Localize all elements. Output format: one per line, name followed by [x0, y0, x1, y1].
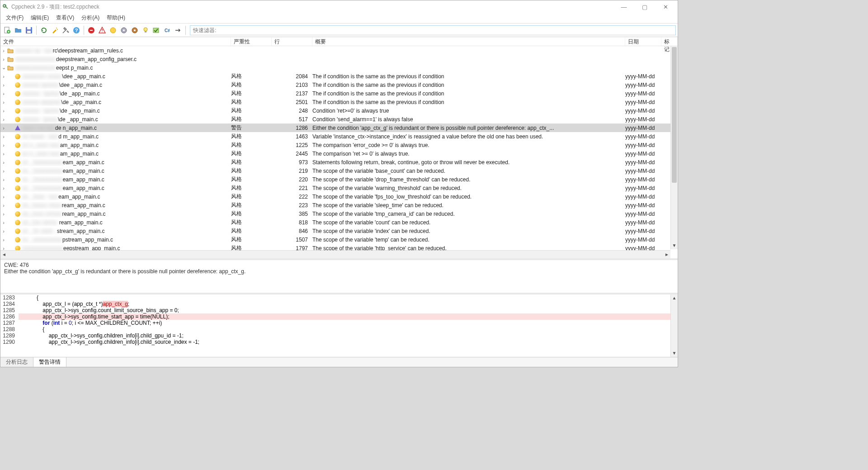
toolbar-magic[interactable]	[50, 25, 60, 35]
expand-icon[interactable]: ›	[0, 220, 7, 225]
toolbar-help[interactable]: ?	[71, 25, 81, 35]
cell-line: 385	[272, 211, 312, 217]
toolbar-save[interactable]	[24, 25, 34, 35]
style-icon	[14, 142, 21, 149]
expand-icon[interactable]: ›	[0, 177, 7, 182]
toolbar-gear-icon[interactable]	[119, 25, 129, 35]
expand-icon[interactable]: ›	[0, 125, 7, 131]
expand-icon[interactable]: ›	[0, 160, 7, 165]
issue-row[interactable]: ›xx n_xxxx ixxx am_app_main.c风格1225The c…	[0, 141, 678, 149]
scroll-down-icon[interactable]: ▼	[671, 350, 678, 357]
expand-icon[interactable]: ›	[0, 237, 7, 242]
expand-icon[interactable]: ›	[0, 211, 7, 217]
toolbar-arrow-icon[interactable]	[173, 25, 183, 35]
issue-row[interactable]: ›xxxx i xx ivixde n_app_main.c警告1286Eith…	[0, 123, 678, 132]
expand-icon[interactable]: ›	[0, 100, 7, 105]
svg-text:?: ?	[75, 28, 78, 33]
scroll-right-icon[interactable]: ►	[663, 251, 670, 258]
expand-icon[interactable]: ›	[0, 142, 7, 148]
expand-icon[interactable]: ›	[0, 91, 7, 96]
file-row[interactable]: ⌄xxxxxxxxxxxxxxeepst p_main.c	[0, 63, 678, 72]
toolbar-perf-icon[interactable]	[130, 25, 140, 35]
expand-icon[interactable]: ›	[0, 117, 7, 122]
expand-icon[interactable]: ›	[0, 108, 7, 114]
issue-row[interactable]: ›on_2xxx on\sro ream_app_main.c风格385The …	[0, 209, 678, 218]
file-path: on_2xx ion\sr ream_app_main.c	[22, 219, 103, 226]
results-vscrollbar[interactable]: ▲ ▼	[670, 46, 678, 249]
issue-row[interactable]: ›xxxxxx anyvixx\de _app_main.c风格2501The …	[0, 98, 678, 106]
toolbar-bulb-icon[interactable]	[141, 25, 151, 35]
menu-item[interactable]: 分析(A)	[78, 13, 103, 23]
expand-icon[interactable]: ›	[0, 228, 7, 234]
code-text: app_ctx_l->sys_config.time_start_app = t…	[19, 313, 678, 320]
cell-severity: 风格	[231, 81, 272, 89]
issue-row[interactable]: ›xxxxxxxx vxxxx\dee _app_main.c风格2084The…	[0, 72, 678, 81]
menu-item[interactable]: 帮助(H)	[103, 13, 129, 23]
menu-item[interactable]: 编辑(E)	[27, 13, 52, 23]
toolbar-stop[interactable]	[86, 25, 96, 35]
expand-icon[interactable]: ›	[0, 185, 7, 191]
expand-icon[interactable]: ›	[0, 168, 7, 174]
toolbar-reload[interactable]	[39, 25, 49, 35]
col-file[interactable]: 文件	[0, 37, 231, 46]
maximize-button[interactable]: ▢	[634, 0, 655, 13]
expand-icon[interactable]: ›	[0, 203, 7, 208]
issue-row[interactable]: ›xx _2xxxxxxxxx eam_app_main.c风格219The s…	[0, 166, 678, 175]
toolbar-open[interactable]	[13, 25, 23, 35]
issue-row[interactable]: ›xxxxxx nyvixx\de _app_main.c风格2137The i…	[0, 89, 678, 98]
file-path: xxxxxx anyvixx\de _app_main.c	[22, 99, 101, 105]
issue-row[interactable]: ›xx n_xxxx ixxx am_app_main.c风格2445The c…	[0, 149, 678, 158]
close-button[interactable]: ✕	[655, 0, 676, 13]
toolbar-tools[interactable]	[61, 25, 71, 35]
menu-item[interactable]: 查看(V)	[52, 13, 78, 23]
toolbar-check-icon[interactable]	[151, 25, 161, 35]
style-icon	[14, 219, 21, 226]
toolbar-warning-icon[interactable]	[97, 25, 107, 35]
issue-row[interactable]: ›xxxxxx nyvixx\de _app_main.c风格248Condit…	[0, 106, 678, 115]
file-row[interactable]: ›xxxxxx ny xxxrc\deepstream_alarm_rules.…	[0, 46, 678, 55]
scroll-up-icon[interactable]: ▲	[671, 294, 678, 302]
col-severity[interactable]: 严重性	[231, 37, 272, 46]
expand-icon[interactable]: ›	[0, 48, 7, 53]
file-row[interactable]: ›xxxxxxxxxxxxxxdeepstream_app_config_par…	[0, 55, 678, 63]
col-summary[interactable]: 概要	[312, 37, 625, 46]
quick-filter-input[interactable]	[190, 27, 675, 33]
issue-row[interactable]: ›xx _xxxxxxxxxx pstream_app_main.c风格1507…	[0, 235, 678, 244]
results-hscrollbar[interactable]: ◄ ►	[0, 250, 670, 258]
col-mark[interactable]: 标记	[661, 37, 678, 46]
issue-row[interactable]: ›on_2xxxx n\sro ream_app_main.c风格223The …	[0, 201, 678, 209]
minimize-button[interactable]: —	[613, 0, 634, 13]
scroll-thumb[interactable]	[672, 47, 677, 183]
tab-warning-detail[interactable]: 警告详情	[33, 357, 66, 367]
issue-row[interactable]: ›on_2xx ion\sr ream_app_main.c风格818The s…	[0, 218, 678, 227]
col-date[interactable]: 日期	[625, 37, 661, 46]
toolbar-new[interactable]	[2, 25, 12, 35]
expand-icon[interactable]: ›	[0, 194, 7, 199]
expand-icon[interactable]: ›	[0, 134, 7, 139]
issue-row[interactable]: ›xx nxxxx vixxd m_app_main.c风格1463Variab…	[0, 132, 678, 141]
quick-filter[interactable]	[190, 25, 676, 35]
cell-file: ›xx _2xxxxxxxxx eam_app_main.c	[0, 167, 231, 175]
cell-date: yyyy-MM-dd	[625, 142, 661, 148]
scroll-left-icon[interactable]: ◄	[0, 251, 8, 258]
issue-row[interactable]: ›xx _2xxxxxxxxx eam_app_main.c风格221The s…	[0, 184, 678, 192]
cell-severity: 风格	[231, 218, 272, 226]
issue-row[interactable]: ›xxxxxx iyvixxx\dee _app_main.c风格2103The…	[0, 81, 678, 89]
expand-icon[interactable]: ›	[0, 151, 7, 157]
expand-icon[interactable]: ›	[0, 57, 7, 62]
tab-analysis-log[interactable]: 分析日志	[0, 357, 33, 367]
scroll-down-icon[interactable]: ▼	[671, 242, 678, 249]
issue-row[interactable]: ›xx _2xxxxxxxxx eam_app_main.c风格973State…	[0, 158, 678, 166]
expand-icon[interactable]: ›	[0, 74, 7, 79]
toolbar-style-icon[interactable]	[108, 25, 118, 35]
issue-row[interactable]: ›xxxxxx iyvixx\de _app_main.c风格517Condit…	[0, 115, 678, 123]
code-vscrollbar[interactable]: ▲ ▼	[670, 294, 678, 357]
issue-row[interactable]: ›xx _2x sion\ stream_app_main.c风格846The …	[0, 227, 678, 235]
issue-row[interactable]: ›xx _2xxxxxxxxx eam_app_main.c风格220The s…	[0, 175, 678, 184]
toolbar-cpp-icon[interactable]: C♯	[162, 25, 172, 35]
col-line[interactable]: 行	[272, 37, 312, 46]
collapse-icon[interactable]: ⌄	[0, 65, 7, 71]
menu-item[interactable]: 文件(F)	[2, 13, 27, 23]
issue-row[interactable]: ›xx _2xxx \sro eam_app_main.c风格222The sc…	[0, 192, 678, 201]
expand-icon[interactable]: ›	[0, 82, 7, 88]
